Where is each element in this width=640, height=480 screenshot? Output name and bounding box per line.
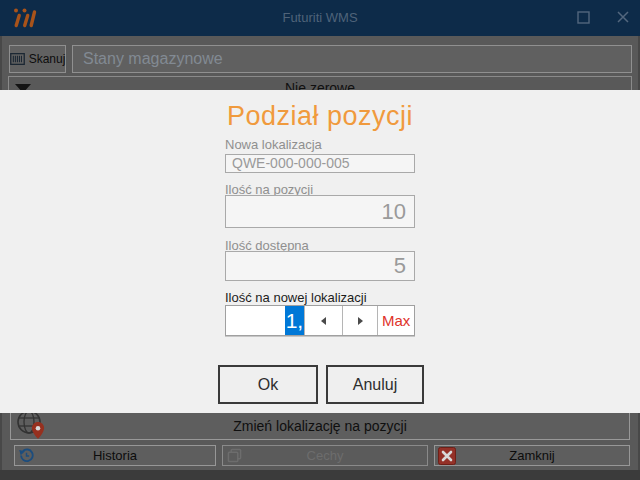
- quantity-stepper-input[interactable]: 1,: [226, 306, 304, 335]
- window-title: Futuriti WMS: [0, 0, 640, 36]
- quantity-available-field: 5: [225, 251, 415, 281]
- maximize-button[interactable]: [572, 9, 594, 29]
- cancel-button[interactable]: Anuluj: [326, 365, 424, 404]
- ok-button[interactable]: Ok: [218, 365, 318, 404]
- close-icon: [616, 10, 630, 28]
- selected-value: 1,: [285, 306, 305, 335]
- maximize-icon: [577, 10, 590, 28]
- increment-button[interactable]: [342, 306, 378, 335]
- arrow-right-icon: [358, 317, 363, 325]
- quantity-new-location-label: Ilość na nowej lokalizacji: [225, 290, 415, 305]
- barcode-icon: [10, 53, 25, 65]
- app-window: Futuriti WMS Skanuj: [0, 0, 640, 480]
- history-button[interactable]: Historia: [14, 445, 216, 466]
- features-button: Cechy: [222, 445, 428, 466]
- change-location-label: Zmień lokalizację na pozycji: [11, 413, 629, 439]
- scan-button[interactable]: Skanuj: [9, 45, 66, 73]
- decrement-button[interactable]: [304, 306, 342, 335]
- search-box: [72, 45, 632, 73]
- search-input[interactable]: [73, 46, 631, 72]
- quantity-stepper: 1, Max: [225, 305, 415, 336]
- change-location-button[interactable]: Zmień lokalizację na pozycji: [10, 412, 630, 440]
- history-button-label: Historia: [15, 446, 215, 465]
- quantity-on-position-field: 10: [225, 195, 415, 228]
- new-location-field: QWE-000-000-005: [225, 154, 415, 173]
- dialog-title: Podział pozycji: [0, 101, 640, 132]
- scan-button-label: Skanuj: [29, 52, 66, 66]
- close-view-button-label: Zamknij: [435, 446, 629, 465]
- new-location-label: Nowa lokalizacja: [225, 137, 415, 152]
- features-button-label: Cechy: [223, 446, 427, 465]
- window-border-bottom: [0, 470, 640, 480]
- max-button[interactable]: Max: [377, 306, 414, 335]
- close-button[interactable]: [612, 9, 634, 29]
- split-position-dialog: Podział pozycji Nowa lokalizacja QWE-000…: [0, 90, 640, 413]
- title-bar: Futuriti WMS: [0, 0, 640, 36]
- close-view-button[interactable]: Zamknij: [434, 445, 630, 466]
- arrow-left-icon: [321, 317, 326, 325]
